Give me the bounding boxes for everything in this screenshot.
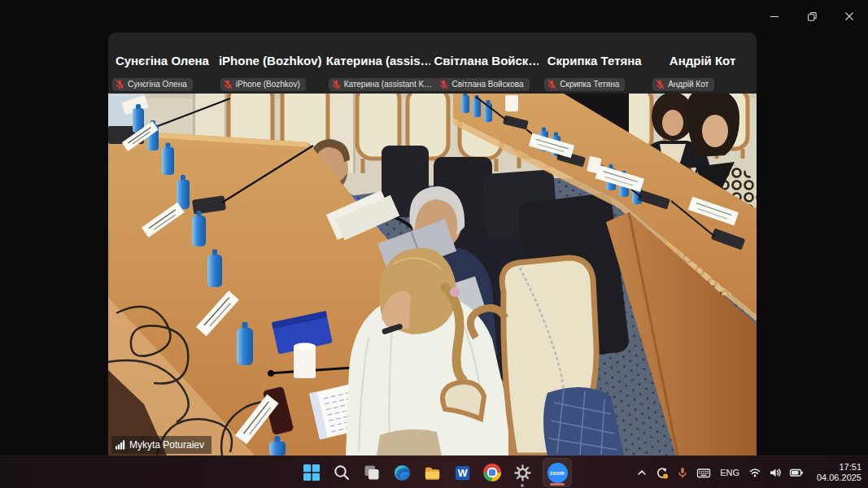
- participant-tile[interactable]: Катерина (assis… Катерина (assistant K…: [325, 33, 433, 94]
- hair-scrunchie: [450, 287, 460, 297]
- participant-name: Світлана Войск…: [434, 54, 539, 68]
- start-button[interactable]: [302, 463, 321, 482]
- participant-tile[interactable]: Світлана Войск… Світлана Войскова: [432, 33, 540, 94]
- participant-mic-pill: iPhone (Bozhkov): [220, 78, 306, 91]
- speaker-name-label: Mykyta Poturaiev: [111, 436, 212, 454]
- mic-muted-icon: [332, 80, 341, 89]
- search-icon: [333, 464, 351, 481]
- tray-microphone[interactable]: [676, 466, 689, 479]
- file-explorer-button[interactable]: [422, 463, 442, 482]
- restore-button[interactable]: [793, 0, 831, 33]
- participant-strip: Сунєгіна Олена Сунєгіна Олена iPhone (Bo…: [108, 33, 757, 94]
- participant-tile[interactable]: Андрій Кот Андрій Кот: [648, 33, 757, 94]
- microphone-icon: [676, 466, 689, 479]
- tray-date: 04.06.2025: [811, 473, 861, 483]
- tray-touch-keyboard[interactable]: [696, 466, 711, 479]
- windows-start-icon: [303, 464, 321, 481]
- wifi-icon: [748, 466, 761, 479]
- participant-name: Скрипка Тетяна: [542, 54, 647, 68]
- tray-chevron-up[interactable]: [635, 466, 648, 479]
- settings-button[interactable]: [513, 463, 532, 482]
- speaker-name: Mykyta Poturaiev: [129, 439, 204, 451]
- mic-muted-icon: [439, 80, 448, 89]
- participant-mic-label: Світлана Войскова: [451, 80, 523, 89]
- mic-muted-icon: [224, 80, 233, 89]
- minimize-icon: [770, 11, 779, 21]
- chrome-icon: [483, 464, 501, 481]
- tray-sync-status[interactable]: [656, 466, 669, 479]
- window-title-bar: [0, 0, 868, 33]
- participant-name: Андрій Кот: [650, 54, 755, 68]
- participant-mic-pill: Сунєгіна Олена: [112, 78, 193, 91]
- participant-mic-pill: Катерина (assistant K…: [329, 78, 438, 91]
- tray-time: 17:51: [811, 462, 861, 473]
- battery-icon: [789, 466, 804, 479]
- keyboard-icon: [696, 466, 711, 479]
- participant-mic-label: Сунєгіна Олена: [128, 80, 187, 89]
- participant-tile[interactable]: iPhone (Bozhkov) iPhone (Bozhkov): [216, 33, 325, 94]
- search-button[interactable]: [332, 463, 351, 482]
- participant-mic-pill: Скрипка Тетяна: [544, 78, 625, 91]
- windows-taskbar: W zoom: [0, 455, 868, 488]
- word-button[interactable]: W: [452, 463, 472, 482]
- taskbar-apps: W zoom: [302, 456, 572, 488]
- task-view-button[interactable]: [362, 463, 382, 482]
- participant-tile[interactable]: Сунєгіна Олена Сунєгіна Олена: [108, 33, 216, 94]
- participant-mic-pill: Світлана Войскова: [436, 78, 529, 91]
- participant-name: iPhone (Bozhkov): [218, 54, 323, 68]
- participant-mic-label: Скрипка Тетяна: [560, 80, 619, 89]
- paper-cup: [294, 343, 316, 379]
- tray-language-indicator[interactable]: ENG: [718, 468, 741, 477]
- gear-icon: [513, 464, 532, 482]
- minimize-button[interactable]: [756, 0, 793, 33]
- tray-battery[interactable]: [789, 466, 804, 479]
- word-icon: W: [453, 464, 472, 482]
- mic-muted-icon: [116, 80, 124, 89]
- conference-room-scene: [108, 94, 757, 455]
- edge-button[interactable]: [392, 463, 412, 482]
- system-tray: ENG 17:51 04.06.2025: [635, 456, 861, 488]
- task-view-icon: [363, 464, 381, 481]
- desktop: { "app": {"name": "Zoom meeting window"}…: [0, 0, 868, 488]
- tray-volume[interactable]: [769, 466, 782, 479]
- svg-text:W: W: [457, 468, 467, 479]
- signal-bars-icon: [116, 440, 125, 450]
- sync-icon: [656, 466, 669, 479]
- participant-name: Сунєгіна Олена: [110, 54, 215, 68]
- participant-tile[interactable]: Скрипка Тетяна Скрипка Тетяна: [540, 33, 648, 94]
- mic-muted-icon: [547, 80, 556, 89]
- zoom-app-icon: zoom: [547, 463, 568, 483]
- restore-icon: [807, 11, 818, 22]
- main-video-feed: [108, 94, 757, 455]
- mic-muted-icon: [656, 80, 665, 89]
- close-icon: [844, 11, 854, 21]
- chevron-up-icon: [635, 466, 648, 479]
- participant-name: Катерина (assis…: [326, 54, 431, 68]
- participant-mic-label: Андрій Кот: [668, 80, 709, 89]
- file-explorer-icon: [423, 464, 442, 482]
- tray-clock[interactable]: 17:51 04.06.2025: [811, 462, 861, 483]
- zoom-app-button-active[interactable]: zoom: [543, 458, 572, 487]
- volume-icon: [769, 466, 782, 479]
- chrome-button[interactable]: [482, 463, 502, 482]
- edge-icon: [393, 464, 412, 482]
- participant-mic-label: iPhone (Bozhkov): [236, 80, 300, 89]
- participant-mic-label: Катерина (assistant K…: [344, 80, 432, 89]
- participant-mic-pill: Андрій Кот: [652, 78, 714, 91]
- tray-wifi[interactable]: [748, 466, 761, 479]
- close-button[interactable]: [831, 0, 868, 33]
